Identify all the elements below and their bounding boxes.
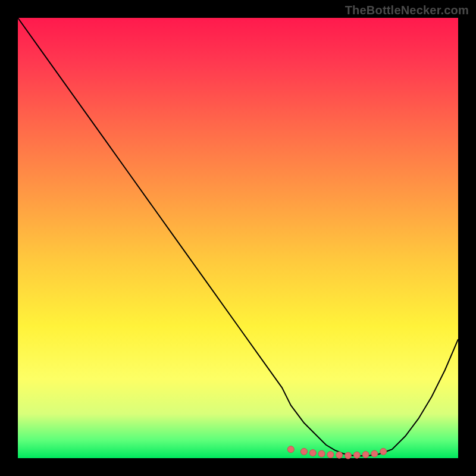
marker-dot — [309, 450, 316, 456]
marker-dot — [336, 452, 343, 458]
marker-dot — [371, 450, 378, 457]
marker-dot — [301, 448, 308, 455]
watermark-text: TheBottleNecker.com — [345, 4, 469, 17]
marker-dot — [287, 446, 294, 453]
marker-dot — [362, 452, 369, 458]
marker-dot — [345, 452, 352, 459]
marker-dot — [380, 448, 387, 455]
curve-layer — [18, 18, 458, 456]
bottleneck-curve — [18, 18, 458, 456]
chart-frame: TheBottleNecker.com — [0, 0, 476, 476]
marker-layer — [287, 446, 386, 459]
marker-dot — [318, 450, 325, 457]
marker-dot — [327, 452, 334, 458]
curve-svg — [18, 18, 458, 458]
plot-area — [18, 18, 458, 458]
marker-dot — [353, 452, 360, 458]
